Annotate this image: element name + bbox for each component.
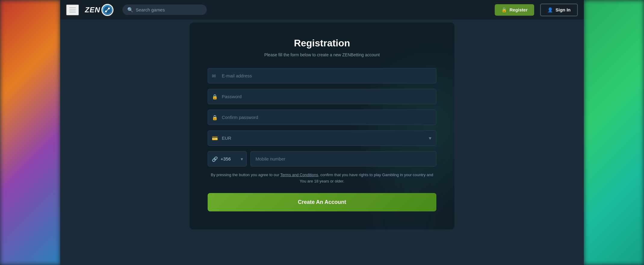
password-icon: 🔒 (212, 94, 218, 99)
email-input[interactable] (208, 68, 436, 83)
svg-point-2 (108, 8, 110, 9)
currency-field-wrapper: 💳 EUR USD GBP BTC ▼ (208, 130, 436, 146)
sign-in-button[interactable]: 👤 Sign In (540, 4, 578, 16)
logo-text: ZEN (85, 6, 100, 14)
register-button[interactable]: 🔒 Register (495, 4, 534, 16)
search-input[interactable] (136, 7, 202, 12)
create-account-button[interactable]: Create An Account (208, 193, 436, 211)
phone-code-icon: 🔗 (212, 156, 218, 162)
phone-row: 🔗 +356 +1 +44 +33 ▼ (208, 151, 436, 167)
svg-point-1 (105, 11, 107, 12)
header: ZEN 🔍 🔒 Register 👤 Sign In (60, 0, 584, 20)
email-icon: ✉ (212, 73, 216, 79)
currency-icon: 💳 (212, 135, 218, 141)
terms-link[interactable]: Terms and Conditions (280, 173, 318, 177)
form-subtitle: Please fill the form below to create a n… (208, 52, 436, 57)
register-icon: 🔒 (501, 7, 507, 13)
terms-text: By pressing the button you agree to our … (208, 172, 436, 185)
bg-left-blur (0, 0, 60, 265)
currency-select[interactable]: EUR USD GBP BTC (208, 130, 436, 146)
hamburger-line-2 (69, 10, 76, 10)
logo-dot (101, 4, 113, 16)
password-input[interactable] (208, 89, 436, 104)
confirm-password-icon: 🔒 (212, 114, 218, 120)
bg-right-blur (584, 0, 644, 265)
register-label: Register (509, 7, 528, 12)
phone-code-wrapper: 🔗 +356 +1 +44 +33 ▼ (208, 151, 247, 167)
email-field-wrapper: ✉ (208, 68, 436, 83)
confirm-password-field-wrapper: 🔒 (208, 110, 436, 125)
search-icon: 🔍 (127, 7, 133, 13)
create-account-label: Create An Account (298, 199, 346, 205)
registration-form-container: Registration Please fill the form below … (190, 23, 454, 229)
sign-in-label: Sign In (556, 7, 571, 12)
confirm-password-input[interactable] (208, 110, 436, 125)
hamburger-button[interactable] (66, 5, 79, 15)
sign-in-icon: 👤 (547, 7, 553, 13)
hamburger-line-3 (69, 12, 76, 12)
search-bar: 🔍 (122, 5, 207, 15)
logo-icon (103, 5, 112, 14)
terms-before: By pressing the button you agree to our (211, 173, 280, 177)
mobile-number-input[interactable] (250, 151, 436, 167)
logo: ZEN (85, 4, 113, 16)
phone-number-wrapper (250, 151, 436, 167)
form-title: Registration (208, 38, 436, 49)
terms-after: , confirm that you have rights to play G… (300, 173, 433, 183)
password-field-wrapper: 🔒 (208, 89, 436, 104)
hamburger-line-1 (69, 8, 76, 8)
